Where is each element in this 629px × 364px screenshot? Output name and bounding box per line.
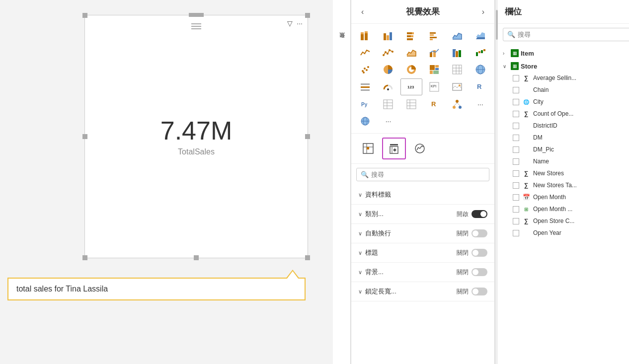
chart-map[interactable] xyxy=(470,62,491,77)
chart-image[interactable] xyxy=(446,78,468,95)
field-group-store-header[interactable]: ∨ ▦ Store xyxy=(498,60,629,72)
card-corner-mr[interactable] xyxy=(305,134,310,139)
chart-bar-line[interactable] xyxy=(423,45,445,61)
cb-dm-pic[interactable] xyxy=(513,146,519,153)
chart-stacked-bar[interactable] xyxy=(354,28,376,44)
toggle-lock-aspect-switch[interactable] xyxy=(472,288,487,295)
chart-globe[interactable] xyxy=(354,113,376,129)
store-table-icon: ▦ xyxy=(511,62,519,70)
field-city[interactable]: 🌐 City xyxy=(498,96,629,108)
card-corner-bm[interactable] xyxy=(194,255,199,260)
field-districtid[interactable]: DistrictID xyxy=(498,120,629,132)
format-search-box[interactable]: 🔍 xyxy=(356,168,489,181)
chart-decomp[interactable] xyxy=(446,96,468,112)
chart-stacked-area[interactable] xyxy=(470,28,491,44)
field-new-stores-ta[interactable]: ∑ New Stores Ta... xyxy=(498,179,629,191)
chart-kpi[interactable]: KPI xyxy=(423,78,445,95)
format-section-title-header[interactable]: ∨ 標題 關閉 xyxy=(351,243,494,262)
card-corner-tl[interactable] xyxy=(82,13,87,18)
center-scrollbar[interactable] xyxy=(495,0,498,364)
chart-clustered-bar[interactable] xyxy=(377,28,399,44)
toggle-background-switch[interactable] xyxy=(472,268,487,276)
card-corner-tr[interactable] xyxy=(305,13,310,18)
field-dm[interactable]: DM xyxy=(498,132,629,144)
field-group-item-header[interactable]: › ▦ Item xyxy=(498,47,629,59)
card-corner-br[interactable] xyxy=(305,255,310,260)
chart-ribbon[interactable] xyxy=(446,45,468,61)
field-open-store-c[interactable]: ∑ Open Store C... xyxy=(498,215,629,227)
svg-rect-1 xyxy=(361,32,364,34)
field-new-stores[interactable]: ∑ New Stores xyxy=(498,167,629,179)
field-count-of-ope[interactable]: ∑ Count of Ope... xyxy=(498,108,629,120)
chart-stacked-bar-h[interactable] xyxy=(400,28,422,44)
chart-table[interactable] xyxy=(377,96,399,112)
more-icon[interactable]: ··· xyxy=(297,19,303,27)
chart-scatter[interactable] xyxy=(354,62,376,77)
card-corner-bl[interactable] xyxy=(82,255,87,260)
chart-treemap[interactable] xyxy=(423,62,445,77)
toggle-category-switch[interactable] xyxy=(472,210,487,218)
cb-new-stores-ta[interactable] xyxy=(513,182,519,189)
format-section-lock-aspect-header[interactable]: ∨ 鎖定長寬... 關閉 xyxy=(351,282,494,301)
cb-average-selling[interactable] xyxy=(513,75,519,81)
cb-count-of-ope[interactable] xyxy=(513,111,519,117)
chart-r-script[interactable]: R xyxy=(423,96,445,112)
chart-gauge[interactable] xyxy=(377,78,399,95)
format-section-autowrap-header[interactable]: ∨ 自動換行 關閉 xyxy=(351,224,494,243)
toggle-title-switch[interactable] xyxy=(472,249,487,257)
cb-new-stores[interactable] xyxy=(513,170,519,177)
format-section-background-header[interactable]: ∨ 背景... 關閉 xyxy=(351,263,494,282)
cb-chain[interactable] xyxy=(513,87,519,93)
field-chain[interactable]: Chain xyxy=(498,84,629,96)
analytics-tab-btn[interactable] xyxy=(408,138,432,159)
cb-name[interactable] xyxy=(513,158,519,165)
format-tab-btn[interactable] xyxy=(382,138,406,159)
chart-pie[interactable] xyxy=(377,62,399,77)
chart-r-visual[interactable]: R xyxy=(470,78,491,95)
chart-waterfall[interactable] xyxy=(470,45,491,61)
fields-search-input[interactable] xyxy=(518,31,629,38)
card-handle-top[interactable] xyxy=(189,13,204,17)
sidebar-focus-icon[interactable]: 聚焦 xyxy=(334,30,349,55)
toggle-autowrap-switch[interactable] xyxy=(472,229,487,237)
format-section-data-labels-header[interactable]: ∨ 資料標籤 xyxy=(351,185,494,204)
chart-more-2[interactable]: ··· xyxy=(377,113,399,129)
chart-more[interactable]: ··· xyxy=(470,96,491,112)
panel-nav-left[interactable]: ‹ xyxy=(358,6,367,17)
cb-open-store-c[interactable] xyxy=(513,218,519,224)
chart-python[interactable]: Py xyxy=(354,96,376,112)
filter-icon[interactable]: ▽ xyxy=(287,19,293,27)
cb-open-month-2[interactable] xyxy=(513,206,519,213)
chart-donut[interactable] xyxy=(400,62,422,77)
field-dm-pic[interactable]: DM_Pic xyxy=(498,144,629,155)
cb-dm[interactable] xyxy=(513,135,519,141)
qa-box[interactable]: total sales for Tina Lassila xyxy=(7,278,306,300)
svg-rect-12 xyxy=(430,32,436,34)
chart-area-markers[interactable] xyxy=(400,45,422,61)
cb-open-month[interactable] xyxy=(513,194,519,201)
chart-line-markers[interactable] xyxy=(377,45,399,61)
chart-area[interactable] xyxy=(446,28,468,44)
field-open-month-2[interactable]: ⊞ Open Month ... xyxy=(498,203,629,215)
fields-tab-btn[interactable] xyxy=(356,138,380,159)
format-search-input[interactable] xyxy=(371,171,485,178)
chart-matrix[interactable] xyxy=(446,62,468,77)
chart-card[interactable]: 123 xyxy=(400,78,422,95)
cb-districtid[interactable] xyxy=(513,123,519,129)
icon-sigma-open-store-c: ∑ xyxy=(522,217,530,225)
icon-globe-city: 🌐 xyxy=(522,98,530,106)
field-open-year[interactable]: Open Year xyxy=(498,227,629,239)
fields-search-box[interactable]: 🔍 xyxy=(503,28,629,41)
format-section-category-header[interactable]: ∨ 類別... 開啟 xyxy=(351,205,494,223)
cb-city[interactable] xyxy=(513,99,519,105)
field-open-month[interactable]: 📅 Open Month xyxy=(498,191,629,203)
chart-clustered-bar-h[interactable] xyxy=(423,28,445,44)
field-average-selling[interactable]: ∑ Average Sellin... xyxy=(498,72,629,84)
chart-matrix2[interactable] xyxy=(400,96,422,112)
chart-line[interactable] xyxy=(354,45,376,61)
card-corner-ml[interactable] xyxy=(82,134,87,139)
panel-nav-right[interactable]: › xyxy=(479,6,487,17)
cb-open-year[interactable] xyxy=(513,230,519,236)
field-name-field[interactable]: Name xyxy=(498,155,629,167)
chart-slicer[interactable] xyxy=(354,78,376,95)
